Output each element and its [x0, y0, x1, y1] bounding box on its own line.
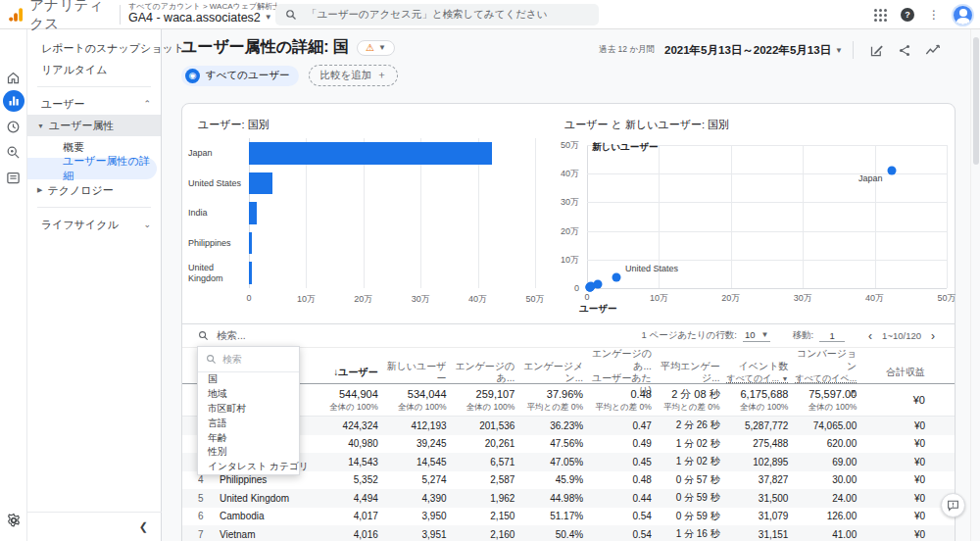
dropdown-item-国[interactable]: 国	[198, 372, 299, 387]
table-header-エンゲージのあ...[interactable]: エンゲージのあ...	[447, 361, 515, 385]
row-value-cell: 4,016	[310, 529, 378, 540]
totals-cell: 37.96%平均との差 0%	[514, 387, 583, 412]
sidebar-section-lifecycle[interactable]: ライフサイクル ⌄	[27, 214, 161, 235]
scrollbar-thumb[interactable]	[973, 37, 979, 165]
row-value-cell: 30.00	[788, 474, 857, 485]
pagination: 1 ページあたりの行数: 10 ▼ 移動: 1 ‹ 1~10/120 ›	[642, 329, 939, 343]
table-row[interactable]: 5United Kingdom4,4944,3901,96244.98%0.44…	[182, 489, 955, 508]
table-search-input[interactable]: 検索...	[198, 329, 642, 343]
y-tick-label: 10万	[561, 253, 579, 266]
dropdown-item-市区町村[interactable]: 市区町村	[198, 402, 299, 417]
table-header-平均エンゲージ...[interactable]: 平均エンゲージ...	[652, 361, 720, 385]
row-value-cell: 4,390	[378, 493, 447, 504]
metric-event-filter[interactable]: すべてのイ... ▼	[726, 373, 788, 383]
dropdown-item-性別[interactable]: 性別	[198, 445, 299, 460]
row-value-cell: 0.47	[583, 420, 652, 431]
sidebar-collapse-button[interactable]: ❮	[27, 512, 162, 533]
insights-button[interactable]	[925, 43, 941, 57]
x-tick-label: 30万	[412, 293, 430, 306]
library-nav-button[interactable]	[3, 167, 24, 188]
bar-india[interactable]	[249, 202, 257, 224]
table-header-ユーザー[interactable]: ↓ユーザー	[310, 367, 378, 379]
bar-japan[interactable]	[249, 142, 492, 165]
dimension-search-input[interactable]: 検索	[198, 347, 299, 372]
explore-nav-button[interactable]	[3, 116, 24, 137]
row-value-cell: 126.00	[788, 511, 857, 521]
totals-cell: ¥0	[857, 393, 925, 407]
analytics-logo[interactable]: アナリティクス	[0, 0, 118, 33]
sidebar-item-realtime[interactable]: リアルタイム	[27, 59, 161, 80]
scatter-point-united-states[interactable]	[612, 272, 621, 281]
page-title: ユーザー属性の詳細: 国	[181, 37, 349, 58]
bar-category-label: Philippines	[188, 228, 245, 259]
row-value-cell: 51.17%	[514, 511, 583, 521]
account-avatar[interactable]	[954, 6, 972, 25]
add-comparison-button[interactable]: 比較を追加 ＋	[309, 65, 397, 86]
table-header-合計収益[interactable]: 合計収益	[857, 367, 925, 379]
dropdown-item-言語[interactable]: 言語	[198, 417, 299, 431]
scatter-point-vietnam[interactable]	[585, 282, 594, 291]
more-options-button[interactable]: ⋮	[928, 9, 940, 21]
table-row[interactable]: 6Cambodia4,0173,9502,15051.17%0.540 分 59…	[182, 508, 955, 526]
x-tick-label: 20万	[721, 292, 740, 305]
dropdown-item-インタレスト カテゴリ[interactable]: インタレスト カテゴリ	[198, 460, 299, 474]
insights-icon	[925, 43, 941, 57]
sidebar-item-demographic-details[interactable]: ユーザー属性の詳細	[27, 158, 157, 179]
goto-page-input[interactable]: 1	[819, 330, 845, 342]
feedback-bubble-icon	[947, 499, 959, 512]
row-value-cell: ¥0	[857, 529, 925, 540]
totals-cell: 2 分 08 秒平均との差 0%	[652, 387, 720, 412]
main-content: ユーザー属性の詳細: 国 ⚠ ▼ 過去 12 か月間 2021年5月13日～20…	[162, 29, 980, 541]
table-row[interactable]: 7Vietnam4,0163,9512,16050.4%0.541 分 16 秒…	[182, 525, 955, 541]
scatter-point-label: United States	[625, 264, 678, 273]
row-value-cell: 0 分 59 秒	[652, 510, 720, 523]
reports-nav-button[interactable]	[3, 90, 24, 112]
row-dimension-cell: 6Cambodia	[198, 511, 310, 521]
table-header-イベント数[interactable]: イベント数すべてのイ... ▼	[720, 361, 789, 385]
help-button[interactable]: ?	[901, 8, 914, 22]
property-name: GA4 - waca.associates2	[128, 12, 261, 25]
bar-united-kingdom[interactable]	[249, 262, 252, 284]
apps-grid-icon	[874, 9, 887, 22]
share-report-button[interactable]	[898, 43, 911, 58]
prev-page-button[interactable]: ‹	[864, 329, 876, 343]
data-quality-badge[interactable]: ⚠ ▼	[357, 40, 395, 56]
row-value-cell: 0 分 59 秒	[652, 491, 720, 505]
admin-nav-button[interactable]	[3, 510, 24, 531]
table-search-placeholder: 検索...	[217, 329, 246, 343]
avatar	[954, 6, 972, 25]
bar-united-states[interactable]	[249, 172, 272, 195]
sidebar-item-user-attributes[interactable]: ▼ ユーザー属性	[27, 115, 161, 136]
advertising-nav-button[interactable]	[3, 141, 24, 163]
bar-category-label: United Kingdom	[188, 258, 245, 288]
next-page-button[interactable]: ›	[927, 329, 939, 343]
dropdown-item-地域[interactable]: 地域	[198, 387, 299, 402]
feedback-button[interactable]	[941, 493, 965, 517]
table-header-新しいユーザー[interactable]: 新しいユーザー	[378, 361, 447, 385]
totals-cell: 0.48平均との差 0%	[583, 387, 652, 412]
global-search-placeholder: 「ユーザーのアクセス元」と検索してみてください	[307, 8, 547, 22]
account-switcher[interactable]: すべてのアカウント > WACAウェブ解析士 GA4 - waca.associ…	[128, 3, 280, 25]
edit-report-button[interactable]	[869, 43, 884, 58]
bar-chart-category-labels: JapanUnited StatesIndiaPhilippinesUnited…	[188, 138, 245, 288]
home-nav-button[interactable]	[3, 67, 24, 88]
page-scrollbar[interactable]	[970, 29, 980, 541]
clock-icon	[6, 120, 21, 134]
library-icon	[6, 171, 21, 185]
row-value-cell: 31,079	[720, 511, 789, 521]
apps-grid-button[interactable]	[874, 9, 887, 22]
gridline	[587, 260, 947, 261]
rows-per-page-select[interactable]: 10 ▼	[743, 329, 771, 342]
global-search-input[interactable]: 「ユーザーのアクセス元」と検索してみてください	[275, 4, 599, 25]
gridline	[587, 288, 947, 289]
bar-philippines[interactable]	[249, 232, 252, 255]
audience-chip-all-users[interactable]: ◉ すべてのユーザー	[181, 66, 299, 86]
sidebar-item-snapshot[interactable]: レポートのスナップショット	[27, 37, 161, 59]
date-range-picker[interactable]: 2021年5月13日～2022年5月13日 ▼	[664, 43, 843, 58]
sidebar-section-user[interactable]: ユーザー ⌃	[27, 93, 161, 115]
table-header-エンゲージメン...[interactable]: エンゲージメン...	[514, 361, 583, 385]
pagination-range: 1~10/120	[882, 330, 921, 341]
scatter-point-japan[interactable]	[888, 166, 897, 174]
dropdown-item-年齢[interactable]: 年齢	[198, 431, 299, 446]
row-value-cell: 0.48	[583, 474, 652, 485]
